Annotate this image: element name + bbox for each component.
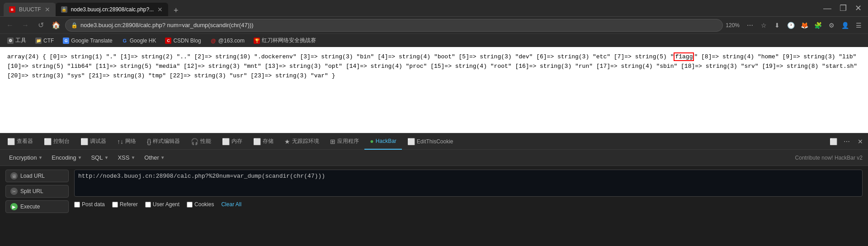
post-data-label: Post data — [82, 201, 105, 208]
cookies-checkbox[interactable] — [187, 202, 193, 208]
bookmark-csdn[interactable]: C CSDN Blog — [161, 37, 204, 45]
hackbar-menu-xss[interactable]: XSS ▼ — [114, 152, 139, 163]
devtools-tab-hackbar[interactable]: ● HackBar — [364, 133, 401, 150]
user-agent-checkbox[interactable] — [145, 202, 151, 208]
devtools-undock-button[interactable]: ⬜ — [827, 136, 839, 147]
execute-icon: ▶ — [10, 203, 18, 210]
devtools-tab-application[interactable]: ⊞ 应用程序 — [325, 133, 364, 150]
url-display: node3.buuoj.cn:28908/calc.php? num=var_d… — [80, 22, 717, 28]
home-button[interactable]: 🏠 — [50, 19, 62, 32]
csdn-favicon: C — [165, 38, 171, 44]
hackbar-menu-other[interactable]: Other ▼ — [141, 152, 168, 163]
bookmark-google-translate-label: Google Translate — [71, 38, 112, 44]
devtools-tab-memory[interactable]: ⬜ 内存 — [217, 133, 248, 150]
application-icon: ⊞ — [330, 138, 335, 145]
bookmark-ctf[interactable]: 📁 CTF — [32, 37, 57, 45]
tab-bar: B BUUCTF ✕ 🔒 node3.buuoj.cn:28908/calc.p… — [4, 0, 821, 16]
user-agent-option[interactable]: User Agent — [145, 201, 179, 208]
bookmark-google-translate[interactable]: G Google Translate — [59, 37, 116, 45]
bookmark-red-knife-label: 红刀杯网络安全挑战赛 — [262, 37, 316, 44]
sql-arrow-icon: ▼ — [104, 155, 108, 160]
devtools-tab-inspector-label: 查看器 — [17, 137, 33, 145]
ctf-favicon: 📁 — [35, 38, 42, 44]
contribute-now-link[interactable]: Contribute now! — [795, 155, 833, 161]
maximize-button[interactable]: ❐ — [837, 2, 849, 14]
split-url-label: Split URL — [20, 188, 43, 194]
load-url-label: Load URL — [20, 173, 45, 179]
bookmark-tools[interactable]: ⚙ 工具 — [4, 36, 30, 45]
tab-calc[interactable]: 🔒 node3.buuoj.cn:28908/calc.php?... ✕ — [56, 3, 168, 16]
cookies-option[interactable]: Cookies — [187, 201, 214, 208]
load-url-button[interactable]: 🖥 Load URL — [5, 170, 69, 182]
reload-button[interactable]: ↺ — [34, 19, 47, 32]
devtools-tab-storage[interactable]: ⬜ 存储 — [248, 133, 279, 150]
devtools-close-button[interactable]: ✕ — [854, 136, 866, 147]
163-favicon: @ — [210, 38, 217, 44]
more-icon[interactable]: ☰ — [853, 19, 864, 31]
close-button[interactable]: ✕ — [852, 2, 864, 14]
post-data-checkbox[interactable] — [74, 202, 80, 208]
encoding-label: Encoding — [52, 154, 76, 161]
history-icon[interactable]: 🕐 — [785, 19, 797, 31]
encoding-arrow-icon: ▼ — [78, 155, 82, 160]
devtools-tab-inspector[interactable]: ⬜ 查看器 — [2, 133, 38, 150]
tab-calc-label: node3.buuoj.cn:28908/calc.php?... — [71, 6, 154, 13]
hackbar-url-area: Post data Referer User Agent Cookies C — [74, 170, 863, 246]
hackbar-body: 🖥 Load URL ✂ Split URL ▶ Execute — [0, 166, 868, 246]
flag-text-highlight: f1agg — [674, 52, 694, 61]
referer-option[interactable]: Referer — [112, 201, 138, 208]
address-bar-icons: ⋯ ☆ ⬇ 🕐 🦊 🧩 ⚙ 👤 ☰ — [744, 19, 864, 31]
settings-icon[interactable]: ⚙ — [826, 19, 837, 31]
hackbar-panel: Encryption ▼ Encoding ▼ SQL ▼ XSS ▼ Othe… — [0, 150, 868, 246]
clear-all-button[interactable]: Clear All — [221, 201, 241, 208]
tab-buuctf[interactable]: B BUUCTF ✕ — [4, 3, 56, 16]
post-data-option[interactable]: Post data — [74, 201, 105, 208]
hackbar-menu-sql[interactable]: SQL ▼ — [87, 152, 112, 163]
download-icon[interactable]: ⬇ — [771, 19, 783, 31]
devtools-more-button[interactable]: ⋯ — [841, 136, 853, 147]
hackbar-menu-encoding[interactable]: Encoding ▼ — [48, 152, 85, 163]
devtools-tab-no-ads-label: 无跟踪环境 — [292, 137, 319, 145]
bookmark-ctf-label: CTF — [43, 38, 54, 44]
split-url-button[interactable]: ✂ Split URL — [5, 185, 69, 198]
hackbar-menu-encryption[interactable]: Encryption ▼ — [5, 152, 46, 163]
split-url-icon: ✂ — [10, 188, 18, 195]
network-icon: ↑↓ — [117, 138, 123, 145]
devtools-tab-console[interactable]: ⬜ 控制台 — [38, 133, 75, 150]
hackbar-actions: 🖥 Load URL ✂ Split URL ▶ Execute — [5, 170, 69, 246]
new-tab-button[interactable]: + — [170, 5, 182, 16]
firefox-account-icon[interactable]: 🦊 — [798, 19, 810, 31]
cookies-label: Cookies — [194, 201, 214, 208]
page-text-before-flag: array(24) { [0]=> string(1) "." [1]=> st… — [7, 53, 674, 60]
minimize-button[interactable]: — — [821, 3, 834, 14]
bookmark-google-hk[interactable]: G Google HK — [118, 37, 160, 45]
extensions-icon[interactable]: ⋯ — [744, 19, 756, 31]
referer-label: Referer — [120, 201, 138, 208]
profile-icon[interactable]: 👤 — [839, 19, 851, 31]
encryption-arrow-icon: ▼ — [38, 155, 42, 160]
debugger-icon: ⬜ — [80, 138, 88, 145]
referer-checkbox[interactable] — [112, 202, 118, 208]
bookmark-star-icon[interactable]: ☆ — [758, 19, 769, 31]
execute-button[interactable]: ▶ Execute — [5, 200, 69, 213]
forward-button[interactable]: → — [19, 19, 32, 32]
bookmark-tools-label: 工具 — [15, 37, 26, 44]
devtools-tab-storage-label: 存储 — [263, 137, 274, 145]
devtools-tab-debugger[interactable]: ⬜ 调试器 — [75, 133, 112, 150]
bookmark-red-knife[interactable]: 🏆 红刀杯网络安全挑战赛 — [250, 36, 320, 45]
devtools-tab-editthiscookie-label: EditThisCookie — [417, 138, 453, 145]
back-button[interactable]: ← — [4, 19, 16, 32]
url-bar[interactable]: 🔒 node3.buuoj.cn:28908/calc.php? num=var… — [65, 19, 723, 32]
devtools-tab-no-ads[interactable]: ★ 无跟踪环境 — [279, 133, 325, 150]
tab-buuctf-close[interactable]: ✕ — [45, 6, 50, 13]
devtools-tab-network[interactable]: ↑↓ 网络 — [112, 133, 142, 150]
addon-icon[interactable]: 🧩 — [812, 19, 824, 31]
no-ads-icon: ★ — [284, 138, 290, 145]
devtools-tab-performance[interactable]: 🎧 性能 — [185, 133, 217, 150]
devtools-tab-hackbar-label: HackBar — [376, 138, 396, 144]
bookmark-163[interactable]: @ @163.com — [207, 37, 248, 45]
devtools-tab-editthiscookie[interactable]: ⬜ EditThisCookie — [402, 133, 459, 150]
hackbar-url-input[interactable] — [74, 170, 863, 197]
tab-calc-close[interactable]: ✕ — [157, 6, 163, 13]
devtools-tab-styles[interactable]: {} 样式编辑器 — [142, 133, 185, 150]
